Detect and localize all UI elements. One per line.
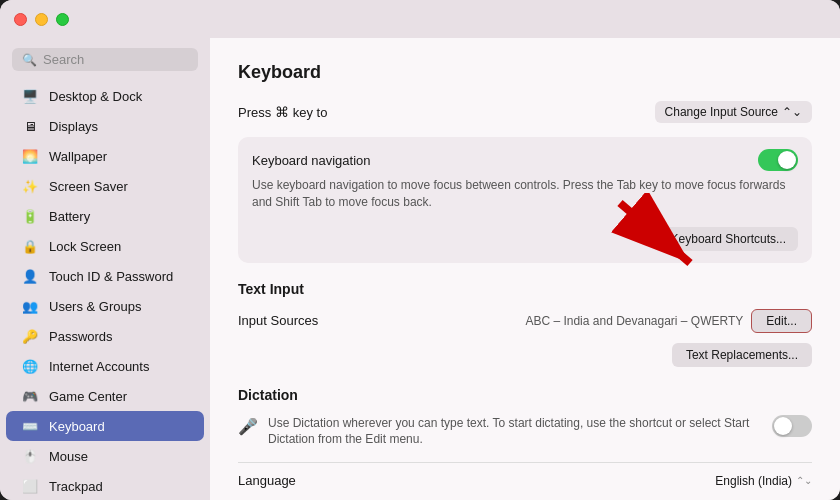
sidebar-item-touch-id[interactable]: 👤 Touch ID & Password <box>6 261 204 291</box>
dictation-title: Dictation <box>238 387 812 403</box>
displays-icon: 🖥 <box>20 116 40 136</box>
dictation-section: Dictation 🎤 Use Dictation wherever you c… <box>238 387 812 500</box>
sidebar-item-keyboard[interactable]: ⌨️ Keyboard <box>6 411 204 441</box>
keyboard-nav-header: Keyboard navigation <box>252 149 798 171</box>
sidebar-item-wallpaper[interactable]: 🌅 Wallpaper <box>6 141 204 171</box>
keyboard-nav-desc: Use keyboard navigation to move focus be… <box>252 177 798 211</box>
sidebar-item-label-trackpad: Trackpad <box>49 479 103 494</box>
mouse-icon: 🖱️ <box>20 446 40 466</box>
input-sources-right: ABC – India and Devanagari – QWERTY Edit… <box>525 309 812 333</box>
kbd-shortcuts-row: Keyboard Shortcuts... <box>252 219 798 251</box>
touch-id-icon: 👤 <box>20 266 40 286</box>
search-box[interactable]: 🔍 Search <box>12 48 198 71</box>
sidebar-item-trackpad[interactable]: ⬜ Trackpad <box>6 471 204 500</box>
sidebar-item-label-internet-accounts: Internet Accounts <box>49 359 149 374</box>
passwords-icon: 🔑 <box>20 326 40 346</box>
screen-saver-icon: ✨ <box>20 176 40 196</box>
search-icon: 🔍 <box>22 53 37 67</box>
dictation-desc-row: 🎤 Use Dictation wherever you can type te… <box>238 415 812 449</box>
sidebar-item-label-battery: Battery <box>49 209 90 224</box>
chevron-icon: ⌃⌄ <box>782 105 802 119</box>
language-chevron: ⌃⌄ <box>796 475 812 486</box>
microphone-icon: 🎤 <box>238 417 258 436</box>
input-sources-label: Input Sources <box>238 313 318 328</box>
sidebar-item-passwords[interactable]: 🔑 Passwords <box>6 321 204 351</box>
game-center-icon: 🎮 <box>20 386 40 406</box>
language-value: English (India) <box>715 474 792 488</box>
keyboard-nav-toggle[interactable] <box>758 149 798 171</box>
settings-window: 🔍 Search 🖥️ Desktop & Dock 🖥 Displays 🌅 … <box>0 0 840 500</box>
keyboard-nav-title: Keyboard navigation <box>252 153 371 168</box>
keyboard-icon: ⌨️ <box>20 416 40 436</box>
sidebar-item-battery[interactable]: 🔋 Battery <box>6 201 204 231</box>
change-input-source-select[interactable]: Change Input Source ⌃⌄ <box>655 101 812 123</box>
sidebar: 🔍 Search 🖥️ Desktop & Dock 🖥 Displays 🌅 … <box>0 38 210 500</box>
text-input-section: Text Input Input Sources ABC – India and… <box>238 281 812 367</box>
wallpaper-icon: 🌅 <box>20 146 40 166</box>
input-sources-value: ABC – India and Devanagari – QWERTY <box>525 314 743 328</box>
language-value-group[interactable]: English (India) ⌃⌄ <box>715 474 812 488</box>
sidebar-item-mouse[interactable]: 🖱️ Mouse <box>6 441 204 471</box>
sidebar-item-label-keyboard: Keyboard <box>49 419 105 434</box>
minimize-button[interactable] <box>35 13 48 26</box>
dictation-description: Use Dictation wherever you can type text… <box>268 415 762 449</box>
sidebar-item-label-wallpaper: Wallpaper <box>49 149 107 164</box>
users-groups-icon: 👥 <box>20 296 40 316</box>
sidebar-item-lock-screen[interactable]: 🔒 Lock Screen <box>6 231 204 261</box>
maximize-button[interactable] <box>56 13 69 26</box>
titlebar <box>0 0 840 38</box>
sidebar-item-label-lock-screen: Lock Screen <box>49 239 121 254</box>
sidebar-item-screen-saver[interactable]: ✨ Screen Saver <box>6 171 204 201</box>
sidebar-item-displays[interactable]: 🖥 Displays <box>6 111 204 141</box>
sidebar-item-game-center[interactable]: 🎮 Game Center <box>6 381 204 411</box>
text-replacements-button[interactable]: Text Replacements... <box>672 343 812 367</box>
sidebar-item-label-screen-saver: Screen Saver <box>49 179 128 194</box>
sidebar-item-label-mouse: Mouse <box>49 449 88 464</box>
language-label: Language <box>238 473 296 488</box>
lock-screen-icon: 🔒 <box>20 236 40 256</box>
main-content: Keyboard Press ⌘ key to Change Input Sou… <box>210 38 840 500</box>
keyboard-nav-section: Keyboard navigation Use keyboard navigat… <box>238 137 812 263</box>
page-title: Keyboard <box>238 62 812 83</box>
sidebar-item-users-groups[interactable]: 👥 Users & Groups <box>6 291 204 321</box>
sidebar-item-label-game-center: Game Center <box>49 389 127 404</box>
edit-button[interactable]: Edit... <box>751 309 812 333</box>
content-area: 🔍 Search 🖥️ Desktop & Dock 🖥 Displays 🌅 … <box>0 38 840 500</box>
sidebar-items: 🖥️ Desktop & Dock 🖥 Displays 🌅 Wallpaper… <box>0 81 210 500</box>
press-key-row: Press ⌘ key to Change Input Source ⌃⌄ <box>238 101 812 123</box>
sidebar-item-desktop-dock[interactable]: 🖥️ Desktop & Dock <box>6 81 204 111</box>
desktop-dock-icon: 🖥️ <box>20 86 40 106</box>
language-row: Language English (India) ⌃⌄ <box>238 462 812 488</box>
text-replacements-row: Text Replacements... <box>238 343 812 367</box>
sidebar-item-internet-accounts[interactable]: 🌐 Internet Accounts <box>6 351 204 381</box>
input-sources-row: Input Sources ABC – India and Devanagari… <box>238 309 812 333</box>
sidebar-item-label-passwords: Passwords <box>49 329 113 344</box>
close-button[interactable] <box>14 13 27 26</box>
press-key-label: Press ⌘ key to <box>238 104 327 120</box>
sidebar-item-label-desktop-dock: Desktop & Dock <box>49 89 142 104</box>
sidebar-item-label-users-groups: Users & Groups <box>49 299 141 314</box>
search-placeholder: Search <box>43 52 84 67</box>
internet-accounts-icon: 🌐 <box>20 356 40 376</box>
battery-icon: 🔋 <box>20 206 40 226</box>
dictation-toggle[interactable] <box>772 415 812 437</box>
sidebar-item-label-touch-id: Touch ID & Password <box>49 269 173 284</box>
trackpad-icon: ⬜ <box>20 476 40 496</box>
edit-btn-wrapper: Edit... <box>751 309 812 333</box>
text-input-title: Text Input <box>238 281 812 297</box>
sidebar-item-label-displays: Displays <box>49 119 98 134</box>
keyboard-shortcuts-button[interactable]: Keyboard Shortcuts... <box>659 227 798 251</box>
